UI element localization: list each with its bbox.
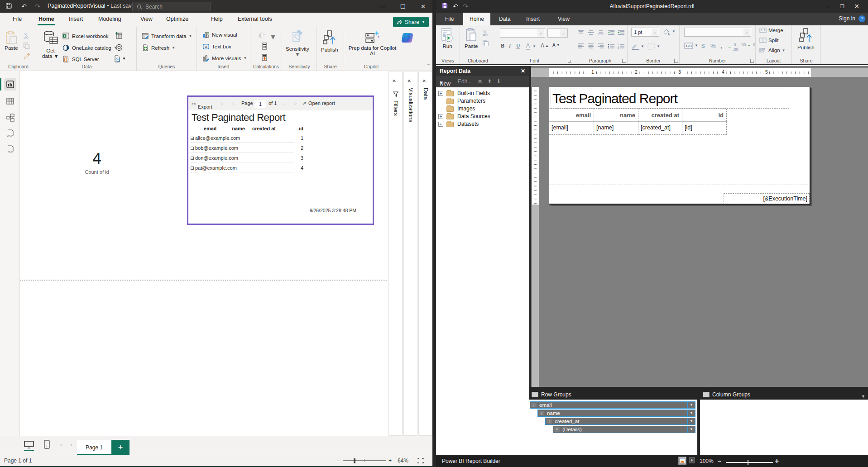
grow-font-button[interactable]: A▲ — [541, 43, 549, 49]
bullet-list-icon[interactable] — [608, 43, 615, 49]
border-style-caret[interactable]: ▼ — [657, 44, 660, 48]
column-groups-caret[interactable]: ▼ — [861, 392, 865, 401]
open-report-icon[interactable]: ↗ — [302, 100, 306, 106]
number-list-icon[interactable]: 123 — [618, 43, 625, 49]
cut-icon[interactable] — [23, 32, 30, 39]
row-group-details[interactable]: ≡(Details)▼ — [553, 426, 695, 433]
header-cell-name[interactable]: name — [594, 109, 638, 121]
excel-workbook-button[interactable]: Excel workbook — [62, 32, 109, 40]
expand-icon[interactable]: « — [408, 77, 411, 84]
percent-icon[interactable]: % — [710, 43, 716, 49]
new-visual-button[interactable]: New visual — [202, 31, 237, 38]
border-width-select[interactable]: 1 pt⌄ — [631, 28, 659, 37]
table-view-button[interactable] — [4, 95, 16, 107]
merge-button[interactable]: Merge — [759, 28, 783, 33]
recent-sources-icon[interactable] — [113, 55, 121, 62]
report-canvas[interactable]: 4 Count of id ↦ Export ∨ « ‹ Page 1 of 1… — [20, 71, 387, 436]
tab-view[interactable]: View — [140, 16, 153, 22]
row-group-name[interactable]: [name▼ — [537, 410, 695, 417]
groups-splitter[interactable] — [529, 387, 868, 390]
align-top-icon[interactable] — [578, 30, 584, 35]
align-button[interactable]: Align▼ — [759, 48, 786, 53]
save-icon[interactable] — [5, 2, 14, 10]
increase-indent-icon[interactable] — [618, 30, 625, 35]
paginated-report-visual[interactable]: ↦ Export ∨ « ‹ Page 1 of 1 › » ↗ Open re… — [187, 95, 374, 225]
rb-zoom-out[interactable]: − — [718, 457, 721, 465]
rb-paste-button[interactable]: Paste — [465, 28, 478, 49]
table-row[interactable]: don@example.com — [191, 155, 238, 161]
rb-tab-view[interactable]: View — [551, 13, 576, 25]
data-cell-name[interactable]: [name] — [594, 121, 638, 135]
underline-button[interactable]: U — [516, 43, 520, 49]
italic-button[interactable]: I — [509, 43, 511, 49]
recent-sources-caret[interactable]: ▼ — [122, 57, 126, 61]
paragraph-dialog-launcher[interactable] — [622, 59, 626, 63]
rb-copy-icon[interactable] — [482, 39, 489, 47]
edit-button[interactable]: Edit... — [458, 78, 472, 85]
expand-icon[interactable]: + — [438, 122, 443, 127]
tab-modeling[interactable]: Modeling — [98, 16, 121, 22]
quick-measure-icon[interactable] — [260, 53, 268, 61]
number-123-caret[interactable]: ▼ — [695, 43, 698, 48]
header-cell-id[interactable]: id — [682, 109, 727, 121]
align-right-icon[interactable] — [598, 43, 604, 49]
row-group-created-at[interactable]: [created_at▼ — [545, 418, 695, 425]
redo-icon[interactable]: ↷ — [34, 2, 42, 10]
open-report-button[interactable]: Open report — [308, 100, 335, 106]
data-cell-id[interactable]: [id] — [682, 121, 727, 135]
expand-icon[interactable]: « — [422, 77, 426, 84]
table-row[interactable]: pat@example.com — [191, 165, 237, 171]
split-button[interactable]: Split — [759, 38, 778, 43]
rb-restore-button[interactable]: ❐ — [838, 2, 846, 10]
search-input[interactable]: Search — [132, 2, 211, 11]
copilot-icon[interactable] — [401, 32, 414, 44]
header-cell-created-at[interactable]: created at — [638, 109, 682, 121]
rb-tab-file[interactable]: File — [439, 13, 460, 25]
collapse-ribbon-icon[interactable]: ⌃ — [427, 63, 431, 69]
tree-item-parameters[interactable]: Parameters — [436, 97, 529, 105]
report-page[interactable]: Test Paginated Report email name created… — [549, 87, 810, 205]
increase-decimal-icon[interactable]: .00→.0 — [740, 43, 755, 47]
execution-time-textbox[interactable]: [&ExecutionTime] — [724, 193, 810, 204]
header-cell-email[interactable]: email — [549, 109, 594, 121]
number-dialog-launcher[interactable] — [750, 59, 754, 63]
help-icon[interactable]: ? — [858, 15, 865, 22]
align-left-icon[interactable] — [578, 43, 584, 49]
number-123-icon[interactable]: 123 — [684, 43, 693, 49]
group-dropdown-icon[interactable]: ▼ — [687, 418, 695, 424]
table-row[interactable]: bob@example.com — [191, 145, 238, 151]
model-view-button[interactable] — [4, 111, 16, 124]
data-cell-created-at[interactable]: [created_at] — [638, 121, 682, 135]
rb-zoom-thumb[interactable] — [748, 460, 748, 465]
expand-icon[interactable]: + — [438, 114, 443, 119]
zoom-slider[interactable] — [343, 460, 386, 461]
zoom-level[interactable]: 64% — [398, 457, 408, 464]
tab-help[interactable]: Help — [211, 16, 223, 22]
minimize-button[interactable]: — — [372, 0, 393, 13]
align-bottom-icon[interactable] — [598, 30, 604, 35]
calculator-icon[interactable] — [260, 42, 268, 50]
border-color-caret[interactable]: ▼ — [641, 44, 644, 48]
row-group-email[interactable]: [email▼ — [530, 401, 695, 409]
table-row[interactable]: alice@example.com — [191, 135, 240, 141]
run-button[interactable]: Run — [441, 28, 454, 49]
border-color-icon[interactable] — [631, 43, 639, 50]
tree-item-datasets[interactable]: + Datasets — [436, 120, 529, 128]
export-icon[interactable]: ↦ — [192, 101, 196, 107]
paste-button[interactable]: Paste — [5, 31, 18, 51]
tab-home[interactable]: Home — [38, 16, 54, 22]
dataverse-icon[interactable] — [115, 43, 123, 51]
get-data-button[interactable]: Get data ▼ — [42, 30, 59, 59]
page-input[interactable]: 1 — [254, 100, 266, 108]
font-name-select[interactable]: ⌄ — [500, 29, 545, 38]
design-surface[interactable]: 1 2 3 4 5 Test Paginated Report email na… — [531, 66, 868, 388]
data-pane-collapsed[interactable]: « Data — [418, 71, 432, 436]
maximize-button[interactable]: ☐ — [393, 0, 413, 13]
rb-tab-insert[interactable]: Insert — [520, 13, 546, 25]
next-page-tab-icon[interactable]: › — [70, 442, 72, 448]
font-dialog-launcher[interactable] — [568, 59, 571, 63]
group-dropdown-icon[interactable]: ▼ — [687, 410, 695, 416]
tree-item-data-sources[interactable]: + Data Sources — [436, 113, 529, 120]
decrease-indent-icon[interactable] — [608, 30, 615, 35]
next-page-icon[interactable]: › — [284, 100, 286, 106]
